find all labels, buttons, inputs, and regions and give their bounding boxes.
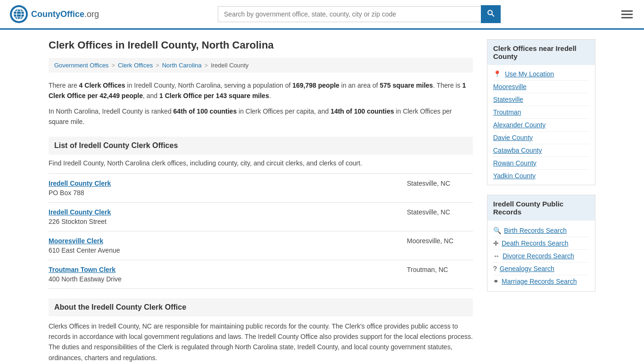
search-area [218, 5, 501, 23]
list-section-header: List of Iredell County Clerk Offices [49, 137, 473, 155]
genealogy-link[interactable]: Genealogy Search [500, 265, 554, 272]
search-button[interactable] [481, 5, 501, 23]
content: Clerk Offices in Iredell County, North C… [49, 39, 473, 362]
clerk-location: Statesville, NC [407, 180, 473, 187]
clerk-location: Mooresville, NC [407, 237, 473, 245]
svg-line-8 [492, 14, 494, 16]
clerk-name-link[interactable]: Iredell County Clerk [49, 208, 111, 216]
description-para1: There are 4 Clerk Offices in Iredell Cou… [49, 80, 473, 101]
main-container: Clerk Offices in Iredell County, North C… [39, 30, 605, 362]
list-item: Rowan County [493, 157, 589, 170]
birth-records-icon: 🔍 [493, 227, 501, 234]
sidebar-link-alexander-county[interactable]: Alexander County [493, 121, 545, 129]
divorce-records-link[interactable]: Divorce Records Search [503, 252, 574, 260]
birth-records-link[interactable]: Birth Records Search [504, 227, 567, 234]
clerk-name-link[interactable]: Troutman Town Clerk [49, 266, 122, 273]
sidebar-link-statesville[interactable]: Statesville [493, 96, 523, 103]
sidebar-link-troutman[interactable]: Troutman [493, 108, 521, 116]
death-records-icon: ✛ [493, 239, 499, 247]
location-icon: 📍 [493, 70, 501, 78]
clerk-info: Iredell County Clerk PO Box 788 [49, 180, 111, 197]
table-row: Iredell County Clerk PO Box 788 Statesvi… [49, 173, 473, 202]
sidebar-link-yadkin-county[interactable]: Yadkin County [493, 172, 536, 180]
breadcrumb-clerk-offices[interactable]: Clerk Offices [118, 62, 153, 69]
sidebar-nearby-header: Clerk Offices near Iredell County [487, 40, 595, 65]
clerk-address: 226 Stockton Street [49, 218, 107, 225]
sidebar: Clerk Offices near Iredell County 📍 Use … [487, 39, 595, 362]
marriage-records-icon: ⚭ [493, 278, 499, 285]
list-item: Davie County [493, 132, 589, 144]
clerk-name-link[interactable]: Iredell County Clerk [49, 180, 111, 187]
breadcrumb-iredell-county: Iredell County [211, 62, 248, 69]
marriage-records-link[interactable]: Marriage Records Search [502, 278, 577, 285]
breadcrumb-north-carolina[interactable]: North Carolina [162, 62, 202, 69]
list-item: ? Genealogy Search [493, 263, 589, 275]
breadcrumb-government-offices[interactable]: Government Offices [54, 62, 108, 69]
clerk-address: 610 East Center Avenue [49, 247, 120, 254]
list-section-desc: Find Iredell County, North Carolina cler… [49, 159, 473, 167]
clerk-location: Troutman, NC [407, 266, 473, 273]
list-item: 🔍 Birth Records Search [493, 224, 589, 237]
search-input[interactable] [218, 6, 481, 22]
genealogy-icon: ? [493, 265, 497, 272]
sidebar-link-mooresville[interactable]: Mooresville [493, 83, 527, 90]
sidebar-records-list: 🔍 Birth Records Search ✛ Death Records S… [487, 221, 595, 291]
list-item: Yadkin County [493, 170, 589, 182]
sidebar-records-section: Iredell County Public Records 🔍 Birth Re… [487, 195, 595, 292]
list-item: 📍 Use My Location [493, 68, 589, 81]
svg-point-7 [488, 10, 492, 15]
list-item: Statesville [493, 93, 589, 106]
menu-button[interactable] [619, 8, 635, 20]
about-section: About the Iredell County Clerk Office Cl… [49, 298, 473, 362]
about-header: About the Iredell County Clerk Office [49, 298, 473, 316]
use-my-location-link[interactable]: Use My Location [505, 70, 554, 78]
logo-icon [9, 5, 28, 24]
sidebar-link-davie-county[interactable]: Davie County [493, 134, 533, 141]
logo-text: CountyOffice.org [31, 9, 99, 19]
sidebar-link-rowan-county[interactable]: Rowan County [493, 159, 537, 167]
list-item: Troutman [493, 106, 589, 119]
about-text: Clerks Offices in Iredell County, NC are… [49, 321, 473, 362]
sidebar-nearby-section: Clerk Offices near Iredell County 📍 Use … [487, 39, 595, 185]
clerk-location: Statesville, NC [407, 208, 473, 216]
header: CountyOffice.org [0, 0, 644, 30]
table-row: Iredell County Clerk 226 Stockton Street… [49, 202, 473, 231]
table-row: Troutman Town Clerk 400 North Eastway Dr… [49, 260, 473, 289]
divorce-records-icon: ↔ [493, 252, 500, 260]
list-item: Catawba County [493, 144, 589, 157]
list-item: Alexander County [493, 119, 589, 132]
breadcrumb: Government Offices > Clerk Offices > Nor… [49, 58, 473, 73]
list-item: ⚭ Marriage Records Search [493, 275, 589, 288]
clerk-info: Iredell County Clerk 226 Stockton Street [49, 208, 111, 225]
clerk-info: Mooresville Clerk 610 East Center Avenue [49, 237, 120, 254]
description-para2: In North Carolina, Iredell County is ran… [49, 106, 473, 127]
clerk-info: Troutman Town Clerk 400 North Eastway Dr… [49, 266, 122, 283]
clerk-list: Iredell County Clerk PO Box 788 Statesvi… [49, 173, 473, 289]
list-item: Mooresville [493, 81, 589, 93]
logo-area: CountyOffice.org [9, 5, 99, 24]
page-title: Clerk Offices in Iredell County, North C… [49, 39, 473, 51]
table-row: Mooresville Clerk 610 East Center Avenue… [49, 231, 473, 260]
sidebar-records-header: Iredell County Public Records [487, 195, 595, 221]
sidebar-link-catawba-county[interactable]: Catawba County [493, 147, 542, 154]
clerk-address: PO Box 788 [49, 189, 84, 197]
list-item: ↔ Divorce Records Search [493, 250, 589, 263]
death-records-link[interactable]: Death Records Search [502, 239, 569, 247]
list-item: ✛ Death Records Search [493, 237, 589, 250]
clerk-name-link[interactable]: Mooresville Clerk [49, 237, 120, 245]
clerk-address: 400 North Eastway Drive [49, 275, 122, 283]
sidebar-nearby-list: 📍 Use My Location Mooresville Statesvill… [487, 65, 595, 185]
search-icon [487, 9, 495, 17]
